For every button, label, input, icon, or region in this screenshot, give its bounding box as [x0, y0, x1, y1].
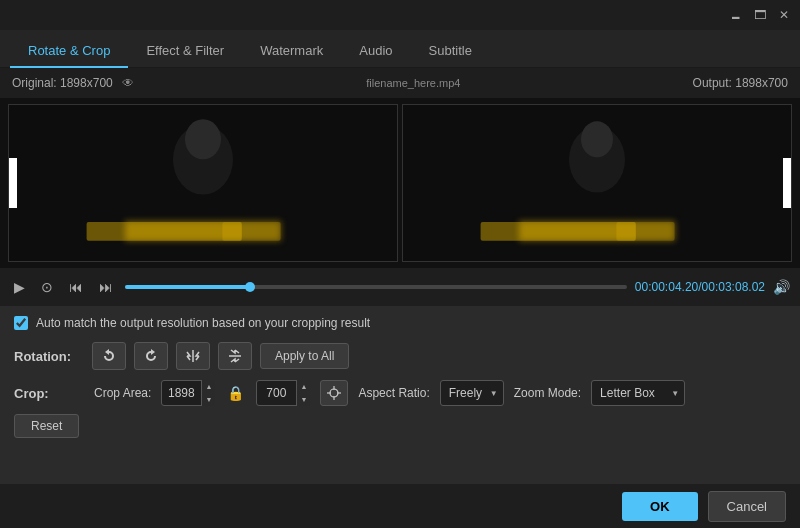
crop-height-spinners: ▲ ▼ [296, 380, 310, 406]
tab-bar: Rotate & Crop Effect & Filter Watermark … [0, 30, 800, 68]
crop-row: Crop: Crop Area: 1898 ▲ ▼ 🔒 700 ▲ ▼ [14, 380, 786, 406]
rotation-row: Rotation: Apply to All [14, 342, 786, 370]
video-frame-left [8, 104, 398, 262]
svg-point-7 [581, 121, 613, 157]
minimize-button[interactable]: 🗕 [728, 7, 744, 23]
timeline-track[interactable] [125, 285, 627, 289]
filename-display: filename_here.mp4 [366, 77, 460, 89]
svg-rect-8 [481, 222, 636, 241]
crosshair-icon [327, 386, 341, 400]
maximize-button[interactable]: 🗖 [752, 7, 768, 23]
stop-button[interactable]: ⊙ [37, 277, 57, 297]
svg-point-2 [185, 119, 221, 159]
preview-area [0, 98, 800, 268]
aspect-ratio-select[interactable]: Freely 16:9 4:3 1:1 [440, 380, 504, 406]
crop-handle-left[interactable] [9, 158, 17, 208]
reset-button[interactable]: Reset [14, 414, 79, 438]
aspect-ratio-select-wrap: Freely 16:9 4:3 1:1 [440, 380, 504, 406]
volume-icon[interactable]: 🔊 [773, 279, 790, 295]
tab-effect-filter[interactable]: Effect & Filter [128, 35, 242, 68]
tab-subtitle[interactable]: Subtitle [411, 35, 490, 68]
rotate-ccw-button[interactable] [92, 342, 126, 370]
info-bar: Original: 1898x700 👁 filename_here.mp4 O… [0, 68, 800, 98]
video-preview-left [9, 105, 397, 261]
crop-label: Crop: [14, 386, 84, 401]
bottom-bar: OK Cancel [0, 484, 800, 528]
zoom-mode-select-wrap: Letter Box Pan & Scan Full [591, 380, 685, 406]
rotation-label: Rotation: [14, 349, 84, 364]
crosshair-button[interactable] [320, 380, 348, 406]
flip-vertical-button[interactable] [218, 342, 252, 370]
rotate-cw-icon [143, 348, 159, 364]
video-preview-right [403, 105, 791, 261]
tab-watermark[interactable]: Watermark [242, 35, 341, 68]
crop-height-wrap: 700 ▲ ▼ [256, 380, 310, 406]
reset-row: Reset [14, 414, 786, 438]
crop-height-up[interactable]: ▲ [297, 380, 310, 393]
output-resolution: Output: 1898x700 [693, 76, 788, 90]
crop-height-down[interactable]: ▼ [297, 393, 310, 406]
crop-area-label: Crop Area: [94, 386, 151, 400]
crop-handle-right[interactable] [783, 158, 791, 208]
timeline-progress [125, 285, 250, 289]
svg-rect-9 [616, 222, 674, 241]
zoom-mode-label: Zoom Mode: [514, 386, 581, 400]
flip-h-icon [185, 348, 201, 364]
cancel-button[interactable]: Cancel [708, 491, 786, 522]
controls-area: Auto match the output resolution based o… [0, 306, 800, 446]
svg-rect-3 [87, 222, 242, 241]
apply-to-all-button[interactable]: Apply to All [260, 343, 349, 369]
zoom-mode-select[interactable]: Letter Box Pan & Scan Full [591, 380, 685, 406]
crop-width-down[interactable]: ▼ [202, 393, 215, 406]
flip-horizontal-button[interactable] [176, 342, 210, 370]
rotate-ccw-icon [101, 348, 117, 364]
title-bar: 🗕 🗖 ✕ [0, 0, 800, 30]
flip-v-icon [227, 348, 243, 364]
eye-icon[interactable]: 👁 [122, 76, 134, 90]
playback-bar: ▶ ⊙ ⏮ ⏭ 00:00:04.20/00:03:08.02 🔊 [0, 268, 800, 306]
rotate-cw-button[interactable] [134, 342, 168, 370]
prev-frame-button[interactable]: ⏮ [65, 277, 87, 297]
crop-width-up[interactable]: ▲ [202, 380, 215, 393]
tab-audio[interactable]: Audio [341, 35, 410, 68]
original-resolution: Original: 1898x700 👁 [12, 76, 134, 90]
auto-match-label: Auto match the output resolution based o… [36, 316, 370, 330]
aspect-ratio-label: Aspect Ratio: [358, 386, 429, 400]
tab-rotate-crop[interactable]: Rotate & Crop [10, 35, 128, 68]
auto-match-checkbox[interactable] [14, 316, 28, 330]
video-frame-right [402, 104, 792, 262]
auto-match-row: Auto match the output resolution based o… [14, 316, 786, 330]
timeline-thumb[interactable] [245, 282, 255, 292]
crop-width-wrap: 1898 ▲ ▼ [161, 380, 215, 406]
crop-width-spinners: ▲ ▼ [201, 380, 215, 406]
next-frame-button[interactable]: ⏭ [95, 277, 117, 297]
play-button[interactable]: ▶ [10, 277, 29, 297]
time-display: 00:00:04.20/00:03:08.02 [635, 280, 765, 294]
lock-icon[interactable]: 🔒 [227, 385, 244, 401]
close-button[interactable]: ✕ [776, 7, 792, 23]
svg-rect-4 [222, 222, 280, 241]
svg-point-10 [330, 389, 338, 397]
ok-button[interactable]: OK [622, 492, 698, 521]
